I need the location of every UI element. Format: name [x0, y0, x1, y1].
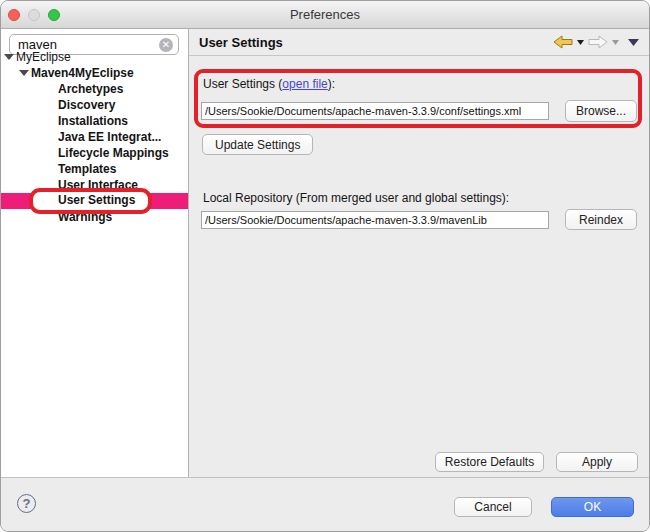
view-menu-icon[interactable] [628, 39, 639, 46]
header-nav-icons [553, 35, 639, 49]
expanded-triangle-icon[interactable] [19, 70, 29, 76]
help-icon[interactable]: ? [17, 494, 36, 513]
tree-item-label: Discovery [58, 98, 115, 112]
tree-item-label: Templates [58, 162, 116, 176]
dialog-footer: ? Cancel OK [1, 477, 649, 531]
cancel-button[interactable]: Cancel [454, 497, 532, 517]
titlebar: Preferences [1, 1, 649, 29]
window-title: Preferences [290, 7, 360, 22]
preferences-sidebar: ✕ MyEclipse Maven4MyEclipse Archetypes D… [1, 29, 189, 479]
tree-item-label: Java EE Integrat... [58, 130, 161, 144]
tree-item-maven4myeclipse[interactable]: Maven4MyEclipse [1, 65, 188, 81]
label-text: ): [328, 77, 335, 91]
ok-button[interactable]: OK [551, 497, 634, 517]
tree-item-label: Lifecycle Mappings [58, 146, 169, 160]
red-annotation-box: User Settings [29, 188, 152, 214]
tree-item-label: MyEclipse [16, 50, 71, 64]
expanded-triangle-icon[interactable] [4, 54, 14, 60]
tree-item-discovery[interactable]: Discovery [1, 97, 188, 113]
user-settings-panel: User Settings [189, 29, 649, 479]
tree-item-label: Installations [58, 114, 128, 128]
forward-history-dropdown-icon [612, 40, 619, 45]
tree-item-user-settings-selected[interactable]: User Settings [1, 193, 188, 209]
tree-item-archetypes[interactable]: Archetypes [1, 81, 188, 97]
back-history-dropdown-icon[interactable] [577, 40, 584, 45]
user-settings-label: User Settings (open file): [203, 77, 335, 91]
preferences-window: Preferences ✕ MyEclipse Maven4MyEclipse … [0, 0, 650, 532]
close-window-icon[interactable] [8, 9, 20, 21]
back-arrow-icon[interactable] [553, 35, 573, 49]
tree-item-label: User Settings [58, 193, 135, 207]
tree-item-templates[interactable]: Templates [1, 161, 188, 177]
preferences-tree: MyEclipse Maven4MyEclipse Archetypes Dis… [1, 49, 188, 225]
user-settings-path-field[interactable] [201, 102, 549, 120]
tree-item-myeclipse[interactable]: MyEclipse [1, 49, 188, 65]
local-repository-path-field[interactable] [201, 211, 549, 229]
tree-item-java-ee-integration[interactable]: Java EE Integrat... [1, 129, 188, 145]
tree-item-label: Maven4MyEclipse [31, 66, 134, 80]
tree-item-label: Archetypes [58, 82, 123, 96]
tree-item-installations[interactable]: Installations [1, 113, 188, 129]
traffic-lights [8, 9, 60, 21]
forward-arrow-icon [588, 35, 608, 49]
zoom-window-icon[interactable] [48, 9, 60, 21]
apply-button[interactable]: Apply [556, 452, 638, 472]
update-settings-button[interactable]: Update Settings [202, 134, 313, 155]
local-repository-label: Local Repository (From merged user and g… [203, 191, 509, 205]
reindex-button[interactable]: Reindex [565, 209, 637, 230]
tree-item-lifecycle-mappings[interactable]: Lifecycle Mappings [1, 145, 188, 161]
restore-defaults-button[interactable]: Restore Defaults [435, 452, 544, 472]
page-header: User Settings [189, 29, 649, 56]
label-text: User Settings ( [203, 77, 282, 91]
browse-button[interactable]: Browse... [565, 100, 637, 122]
page-title: User Settings [199, 35, 283, 50]
minimize-window-icon [28, 9, 40, 21]
open-file-link[interactable]: open file [282, 77, 327, 91]
